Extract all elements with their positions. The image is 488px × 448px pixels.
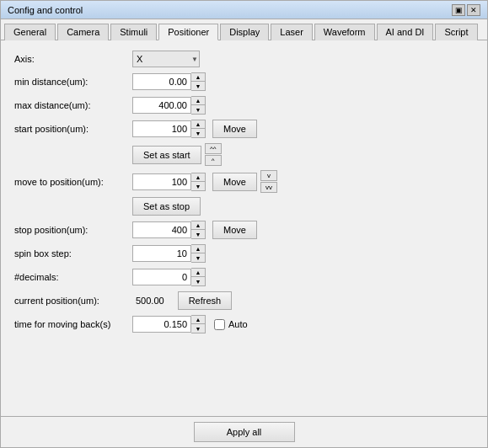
min-distance-input <box>132 73 191 90</box>
auto-checkbox[interactable] <box>214 319 225 330</box>
stop-position-spinners: ▲ ▼ <box>191 221 206 239</box>
max-distance-input <box>132 97 191 114</box>
move-to-position-up[interactable]: ▲ <box>191 173 205 182</box>
tab-ai-di[interactable]: AI and DI <box>377 24 434 40</box>
tab-general[interactable]: General <box>4 24 56 40</box>
set-as-start-button[interactable]: Set as start <box>132 146 201 164</box>
set-as-stop-row: Set as stop <box>132 197 277 216</box>
move3-button[interactable]: Move <box>212 221 257 239</box>
tab-waveform[interactable]: Waveform <box>314 24 375 40</box>
min-distance-row: min distance(um): ▲ ▼ <box>14 72 474 91</box>
nav-arrows-down: v vv <box>260 170 277 194</box>
stop-position-row: stop position(um): ▲ ▼ Move <box>14 221 474 239</box>
decimals-label: #decimals: <box>14 272 132 282</box>
spin-box-step-up[interactable]: ▲ <box>191 245 205 253</box>
footer: Apply all <box>1 416 487 447</box>
max-distance-spin: ▲ ▼ <box>132 96 206 115</box>
spin-box-step-label: spin box step: <box>14 248 132 259</box>
tab-camera[interactable]: Camera <box>57 24 109 40</box>
move-to-position-spin: ▲ ▼ <box>132 173 206 191</box>
nav-arrows: ^^ ^ <box>205 143 222 167</box>
current-position-value: 500.00 <box>132 294 168 307</box>
max-distance-label: max distance(um): <box>14 100 132 110</box>
decimals-spinners: ▲ ▼ <box>191 268 206 286</box>
down-arrow[interactable]: v <box>260 170 277 181</box>
up-arrow[interactable]: ^ <box>205 155 222 166</box>
decimals-up[interactable]: ▲ <box>191 269 205 277</box>
min-distance-up[interactable]: ▲ <box>191 73 205 82</box>
tab-stimuli[interactable]: Stimuli <box>110 24 157 40</box>
axis-select-wrapper: X ▼ <box>132 51 200 67</box>
time-moving-back-input[interactable] <box>132 316 191 333</box>
double-up-arrow[interactable]: ^^ <box>205 143 222 154</box>
set-as-start-row: Set as start ^^ ^ <box>132 143 277 167</box>
start-position-label: start position(um): <box>14 124 132 134</box>
refresh-button[interactable]: Refresh <box>178 291 233 310</box>
axis-row: Axis: X ▼ <box>14 51 474 67</box>
max-distance-down[interactable]: ▼ <box>191 105 205 114</box>
double-down-arrow[interactable]: vv <box>260 182 277 193</box>
axis-label: Axis: <box>14 54 132 64</box>
spin-box-step-spinners: ▲ ▼ <box>191 244 206 263</box>
move-position-section: Set as start ^^ ^ move to position(um): … <box>14 143 474 216</box>
window-controls: ▣ ✕ <box>452 4 480 16</box>
move-to-position-input[interactable] <box>132 173 191 190</box>
stop-position-spin: ▲ ▼ <box>132 221 206 239</box>
stop-position-input[interactable] <box>132 221 191 238</box>
time-moving-back-spinners: ▲ ▼ <box>191 315 206 333</box>
move-to-position-spinners: ▲ ▼ <box>191 173 206 191</box>
max-distance-spinners: ▲ ▼ <box>191 96 206 115</box>
time-moving-back-spin: ▲ ▼ <box>132 315 206 333</box>
min-distance-down[interactable]: ▼ <box>191 82 205 90</box>
tab-laser[interactable]: Laser <box>271 24 313 40</box>
start-position-spin: ▲ ▼ <box>132 120 206 138</box>
move-position-group: Set as start ^^ ^ move to position(um): … <box>14 143 277 216</box>
tab-script[interactable]: Script <box>435 24 477 40</box>
positioner-content: Axis: X ▼ min distance(um): ▲ ▼ max dist… <box>1 40 487 416</box>
time-moving-back-down[interactable]: ▼ <box>191 324 205 333</box>
move2-button[interactable]: Move <box>212 173 257 191</box>
restore-button[interactable]: ▣ <box>452 4 465 16</box>
move-to-position-label: move to position(um): <box>14 177 132 187</box>
move-to-position-down[interactable]: ▼ <box>191 182 205 190</box>
start-position-row: start position(um): ▲ ▼ Move <box>14 120 474 138</box>
min-distance-spin: ▲ ▼ <box>132 72 206 91</box>
decimals-down[interactable]: ▼ <box>191 277 205 285</box>
start-position-input[interactable] <box>132 120 191 137</box>
move1-button[interactable]: Move <box>212 120 257 138</box>
current-position-row: current position(um): 500.00 Refresh <box>14 291 474 310</box>
time-moving-back-row: time for moving back(s) ▲ ▼ Auto <box>14 315 474 333</box>
tab-bar: General Camera Stimuli Positioner Displa… <box>1 19 487 40</box>
tab-positioner[interactable]: Positioner <box>158 24 218 40</box>
spin-box-step-row: spin box step: ▲ ▼ <box>14 244 474 263</box>
set-as-stop-button[interactable]: Set as stop <box>132 197 201 216</box>
decimals-input[interactable] <box>132 269 191 285</box>
spin-box-step-spin: ▲ ▼ <box>132 244 206 263</box>
spin-box-step-input[interactable] <box>132 245 191 262</box>
window-title: Config and control <box>8 5 83 15</box>
start-position-up[interactable]: ▲ <box>191 120 205 129</box>
title-bar: Config and control ▣ ✕ <box>1 1 487 19</box>
apply-all-button[interactable]: Apply all <box>194 422 295 442</box>
main-window: Config and control ▣ ✕ General Camera St… <box>0 0 488 448</box>
max-distance-up[interactable]: ▲ <box>191 97 205 105</box>
time-moving-back-up[interactable]: ▲ <box>191 316 205 324</box>
start-position-spinners: ▲ ▼ <box>191 120 206 138</box>
axis-select[interactable]: X <box>132 51 200 67</box>
time-moving-back-label: time for moving back(s) <box>14 319 132 329</box>
decimals-spin: ▲ ▼ <box>132 268 206 286</box>
min-distance-spinners: ▲ ▼ <box>191 72 206 91</box>
min-distance-label: min distance(um): <box>14 77 132 87</box>
spin-box-step-down[interactable]: ▼ <box>191 253 205 262</box>
stop-position-label: stop position(um): <box>14 225 132 235</box>
start-position-down[interactable]: ▼ <box>191 129 205 137</box>
move-to-position-row: move to position(um): ▲ ▼ Move v vv <box>14 170 277 194</box>
stop-position-up[interactable]: ▲ <box>191 221 205 230</box>
max-distance-row: max distance(um): ▲ ▼ <box>14 96 474 115</box>
close-button[interactable]: ✕ <box>467 4 480 16</box>
stop-position-down[interactable]: ▼ <box>191 230 205 238</box>
tab-display[interactable]: Display <box>220 24 269 40</box>
current-position-label: current position(um): <box>14 296 132 306</box>
auto-checkbox-label: Auto <box>214 319 248 330</box>
decimals-row: #decimals: ▲ ▼ <box>14 268 474 286</box>
